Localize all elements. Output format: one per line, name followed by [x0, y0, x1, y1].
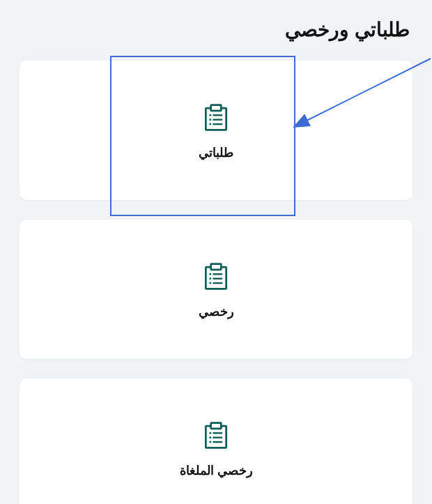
- svg-point-20: [209, 436, 211, 438]
- svg-rect-17: [211, 423, 222, 429]
- card-label: رخصي: [199, 304, 234, 319]
- card-label: رخصي الملغاة: [180, 463, 253, 478]
- clipboard-list-icon: [199, 259, 233, 293]
- svg-point-18: [209, 432, 211, 434]
- svg-point-4: [209, 119, 211, 121]
- card-cancelled-licenses[interactable]: رخصي الملغاة: [20, 379, 412, 504]
- cards-list: طلباتي رخصي: [20, 61, 412, 504]
- card-my-requests[interactable]: طلباتي: [20, 61, 412, 200]
- svg-point-14: [209, 282, 211, 284]
- svg-rect-1: [211, 105, 222, 111]
- svg-rect-9: [211, 264, 222, 270]
- svg-point-12: [209, 277, 211, 280]
- card-label: طلباتي: [199, 145, 233, 160]
- svg-point-10: [209, 273, 211, 275]
- svg-point-2: [209, 114, 211, 116]
- clipboard-list-icon: [199, 100, 233, 134]
- clipboard-list-icon: [199, 418, 233, 452]
- svg-point-22: [209, 441, 211, 443]
- svg-point-6: [209, 123, 211, 125]
- card-my-licenses[interactable]: رخصي: [20, 220, 412, 359]
- section-title: طلباتي ورخصي: [22, 18, 410, 41]
